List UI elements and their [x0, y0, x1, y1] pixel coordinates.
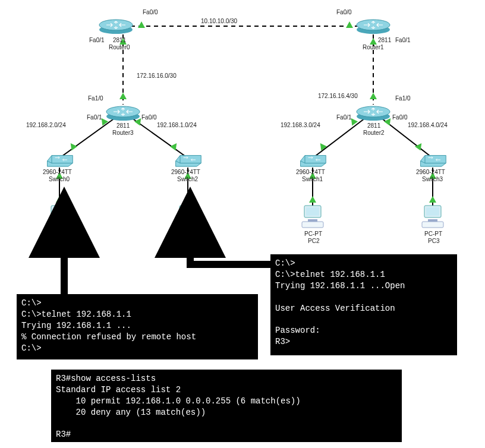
- t1-l3: Trying 192.168.1.1 ...Open: [275, 280, 452, 292]
- t1-l8: R3>: [275, 336, 452, 348]
- t0-l5: C:\>: [21, 343, 253, 354]
- t0-l4: % Connection refused by remote host: [21, 332, 253, 343]
- t1-l7: Password:: [275, 325, 452, 336]
- diagram-canvas: Fa0/0 Fa0/0 10.10.10.0/30 Fa0/1 Fa0/1 28…: [0, 0, 485, 448]
- t1-l2: C:\>telnet 192.168.1.1: [275, 269, 452, 280]
- t2-l1: R3#show access-lists: [56, 373, 397, 384]
- t0-l2: C:\>telnet 192.168.1.1: [21, 309, 253, 320]
- t1-l5: User Access Verification: [275, 303, 452, 314]
- t2-l2: Standard IP access list 2: [56, 384, 397, 396]
- t2-l6: R3#: [56, 429, 397, 440]
- t2-l3: 10 permit 192.168.1.0 0.0.0.255 (6 match…: [56, 396, 397, 407]
- t1-l1: C:\>: [275, 258, 452, 269]
- terminal-r3-acl: R3#show access-lists Standard IP access …: [51, 370, 402, 442]
- t2-l4: 20 deny any (13 match(es)): [56, 407, 397, 418]
- terminal-pc1: C:\> C:\>telnet 192.168.1.1 Trying 192.1…: [270, 254, 457, 355]
- t2-l5: [56, 418, 397, 430]
- t0-l3: Trying 192.168.1.1 ...: [21, 320, 253, 332]
- t1-l6: [275, 314, 452, 325]
- terminal-pc0: C:\> C:\>telnet 192.168.1.1 Trying 192.1…: [17, 294, 258, 359]
- t1-l4: [275, 292, 452, 303]
- t0-l1: C:\>: [21, 298, 253, 309]
